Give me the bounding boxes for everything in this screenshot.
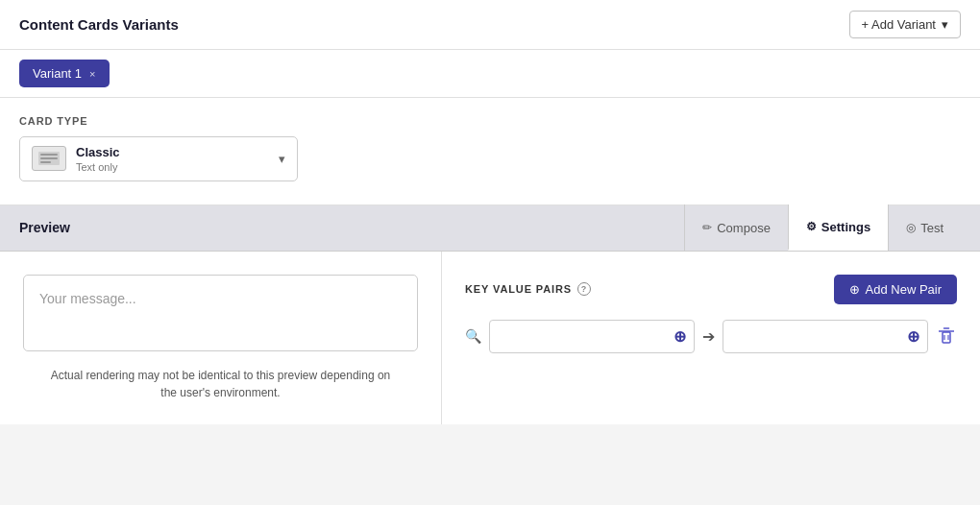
tab-test-label: Test [920,221,943,235]
kv-arrow-icon: ➔ [702,327,715,346]
preview-left-panel: Your message... Actual rendering may not… [0,252,442,424]
close-variant-icon[interactable]: × [89,68,95,80]
kv-header: KEY VALUE PAIRS ? ⊕ Add New Pair [465,275,957,304]
chevron-down-icon: ▾ [942,17,948,32]
search-icon: 🔍 [465,328,481,344]
variant-tab-label: Variant 1 [33,66,82,81]
kv-value-input[interactable] [731,329,907,344]
card-type-section: CARD TYPE Classic Text only ▾ [0,98,980,205]
preview-tabs: ✏ Compose ⚙ Settings ◎ Test [684,204,961,251]
card-type-subtitle: Text only [76,161,279,173]
kv-title: KEY VALUE PAIRS ? [465,282,591,296]
settings-icon: ⚙ [806,220,817,233]
preview-header: Preview ✏ Compose ⚙ Settings ◎ Test [0,205,980,252]
kv-section-label: KEY VALUE PAIRS [465,283,572,295]
variant-tabs-row: Variant 1 × [0,50,980,98]
page-title: Content Cards Variants [19,16,179,33]
kv-value-input-wrapper[interactable]: ⊕ [723,320,928,353]
add-new-pair-label: Add New Pair [866,282,942,297]
svg-rect-0 [943,332,950,343]
tab-test[interactable]: ◎ Test [888,204,961,251]
preview-title: Preview [19,220,684,235]
eye-icon: ◎ [906,221,916,234]
preview-section: Preview ✏ Compose ⚙ Settings ◎ Test Your… [0,205,980,424]
dropdown-arrow-icon: ▾ [279,152,285,166]
card-type-name: Classic [76,145,279,161]
preview-right-panel: KEY VALUE PAIRS ? ⊕ Add New Pair 🔍 ⊕ ➔ [442,252,980,424]
card-type-text: Classic Text only [76,145,279,173]
tab-compose-label: Compose [717,221,771,235]
key-plus-icon[interactable]: ⊕ [674,327,686,346]
plus-icon: ⊕ [849,282,860,297]
card-type-dropdown[interactable]: Classic Text only ▾ [19,136,298,181]
add-new-pair-button[interactable]: ⊕ Add New Pair [834,275,957,304]
variant-1-tab[interactable]: Variant 1 × [19,60,110,87]
tab-settings-label: Settings [821,220,870,234]
icon-line-1 [40,154,58,156]
card-type-label: CARD TYPE [19,115,961,127]
tab-settings[interactable]: ⚙ Settings [788,204,888,251]
card-type-icon [32,146,66,171]
preview-note: Actual rendering may not be identical to… [23,367,418,401]
kv-row: 🔍 ⊕ ➔ ⊕ [465,320,957,353]
delete-kv-row-button[interactable] [936,325,957,347]
value-plus-icon[interactable]: ⊕ [907,327,919,346]
message-preview-box: Your message... [23,275,418,351]
add-variant-button[interactable]: + Add Variant ▾ [849,11,961,38]
kv-key-input[interactable] [498,329,674,344]
compose-icon: ✏ [702,221,712,234]
icon-line-3 [40,161,51,163]
add-variant-label: + Add Variant [862,17,936,32]
preview-body: Your message... Actual rendering may not… [0,252,980,424]
tab-compose[interactable]: ✏ Compose [684,204,788,251]
help-icon[interactable]: ? [577,282,591,296]
message-placeholder: Your message... [39,291,136,306]
icon-line-2 [40,157,58,159]
kv-key-input-wrapper[interactable]: ⊕ [489,320,695,353]
